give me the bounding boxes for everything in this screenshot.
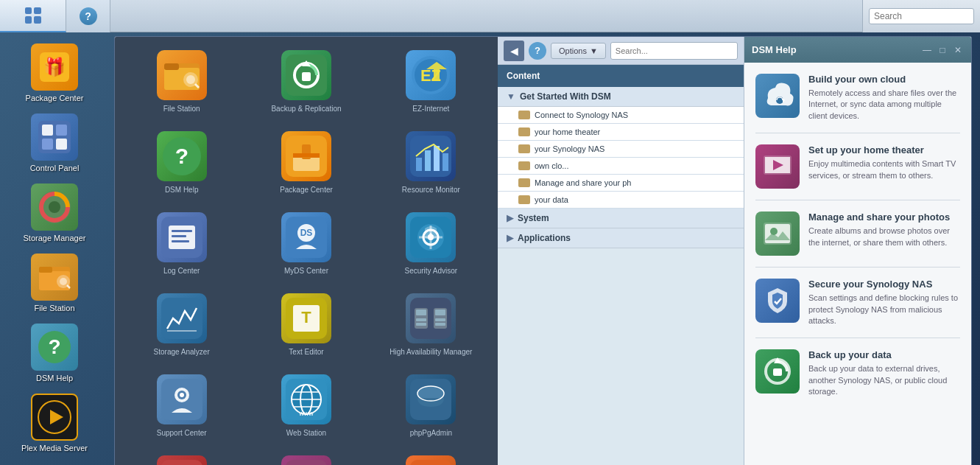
nav-section-applications[interactable]: ▶ Applications: [498, 228, 744, 248]
svg-rect-69: [435, 318, 445, 321]
control-panel-icon: [31, 113, 78, 161]
desktop-icon-dsm-help[interactable]: ? DSM Help: [10, 320, 99, 386]
taskbar: ?: [0, 0, 980, 32]
svg-rect-68: [435, 310, 445, 315]
backup-data-desc: Back up your data to external drives, an…: [808, 363, 960, 397]
support-center-label: Support Center: [157, 428, 207, 438]
nav-item-connect-nas[interactable]: Connect to Synology NAS: [498, 107, 744, 124]
home-theater-desc: Enjoy multimedia contents with Smart TV …: [808, 158, 960, 181]
nav-back-button[interactable]: ◀: [504, 41, 524, 61]
applications-label: Applications: [518, 233, 571, 243]
desktop-icon-file-station[interactable]: File Station: [10, 250, 99, 316]
desktop-icon-package-center[interactable]: 🎁 Package Center: [10, 40, 99, 106]
nav-item-home-theater[interactable]: your home theater: [498, 124, 744, 141]
desktop-icon-storage-manager[interactable]: Storage Manager: [10, 180, 99, 246]
grid-app-package-center[interactable]: Package Center: [247, 125, 365, 200]
text-editor-label: Text Editor: [289, 347, 323, 357]
web-station-label: Web Station: [286, 428, 326, 438]
taskbar-search-area: [862, 0, 980, 32]
taskbar-home-button[interactable]: [0, 0, 66, 32]
grid-app-ez-internet[interactable]: EZ EZ-Internet: [372, 44, 490, 119]
grid-app-dsm-help[interactable]: ? DSM Help: [122, 125, 241, 200]
dsm-help-title: DSM Help: [752, 44, 797, 55]
high-availability-label: High Availability Manager: [389, 347, 472, 357]
dsm-help-window: File Station Backup & Replication: [114, 36, 972, 465]
svg-rect-49: [172, 240, 189, 242]
control-panel-label: Control Panel: [30, 164, 80, 172]
svg-rect-39: [302, 153, 311, 157]
ez-internet-app-icon: EZ: [406, 50, 456, 100]
minimize-button[interactable]: —: [921, 44, 933, 56]
grid-app-storage-analyzer[interactable]: Storage Analyzer: [122, 287, 241, 363]
svg-rect-44: [443, 153, 448, 171]
svg-rect-5: [42, 139, 53, 150]
home-theater-text: Set up your home theater Enjoy multimedi…: [808, 144, 960, 181]
desktop-icon-control-panel[interactable]: Control Panel: [10, 110, 99, 176]
grid-app-file-station[interactable]: File Station: [122, 44, 241, 119]
svg-rect-6: [56, 139, 67, 150]
security-advisor-icon: [406, 212, 456, 262]
package-center-icon: 🎁: [31, 43, 78, 91]
grid-app-phppgadmin[interactable]: phpPgAdmin: [372, 368, 490, 444]
svg-rect-66: [416, 323, 426, 326]
grid-app-myds[interactable]: DS MyDS Center: [247, 206, 365, 282]
svg-point-74: [180, 393, 184, 397]
grid-app-resource-monitor[interactable]: Resource Monitor: [372, 125, 490, 200]
dsm-help-scroll-area[interactable]: Build your own cloud Remotely access and…: [744, 63, 971, 465]
options-label: Options: [559, 46, 587, 55]
storage-analyzer-label: Storage Analyzer: [154, 347, 210, 357]
nav-help-icon: ?: [529, 42, 546, 60]
nav-section-system[interactable]: ▶ System: [498, 209, 744, 228]
feature-backup: Back up your data Back up your data to e…: [755, 349, 960, 408]
nav-search-input[interactable]: [610, 42, 738, 60]
grid-app-phpmyadmin[interactable]: php MyAdmin phpMyAdmin: [372, 450, 490, 465]
grid-app-git-server[interactable]: Git Server: [122, 450, 241, 465]
secure-nas-text: Secure your Synology NAS Scan settings a…: [808, 279, 960, 326]
phpmyadmin-icon: php MyAdmin: [406, 455, 456, 465]
dsm-help-app-label: DSM Help: [165, 185, 199, 195]
myds-label: MyDS Center: [284, 266, 328, 276]
grid-app-text-editor[interactable]: T Text Editor: [247, 287, 365, 363]
nav-item-your-data[interactable]: your data: [498, 192, 744, 209]
nav-item-synology-nas[interactable]: your Synology NAS: [498, 141, 744, 158]
svg-point-23: [186, 75, 195, 84]
grid-app-support-center[interactable]: Support Center: [122, 368, 241, 444]
grid-app-mariadb[interactable]: MariaDB: [247, 450, 365, 465]
nav-options-button[interactable]: Options ▼: [551, 43, 606, 59]
nav-item-manage-share[interactable]: Manage and share your ph: [498, 175, 744, 192]
file-station-app-icon: [157, 50, 207, 100]
nav-section-get-started[interactable]: ▼ Get Started With DSM: [498, 87, 744, 107]
feature-build-cloud: Build your own cloud Remotely access and…: [755, 74, 960, 133]
file-station-label: File Station: [34, 304, 74, 312]
ez-internet-app-label: EZ-Internet: [412, 104, 449, 113]
svg-rect-43: [434, 146, 440, 171]
plex-label: Plex Media Server: [21, 444, 88, 452]
grid-app-security-advisor[interactable]: Security Advisor: [372, 206, 490, 282]
grid-app-backup[interactable]: Backup & Replication: [247, 44, 365, 119]
grid-app-high-availability[interactable]: High Availability Manager: [372, 287, 490, 363]
storage-manager-label: Storage Manager: [24, 234, 86, 242]
maximize-button[interactable]: □: [937, 44, 948, 56]
desktop-icon-plex[interactable]: Plex Media Server: [10, 390, 99, 456]
web-station-icon: www: [281, 374, 331, 424]
taskbar-help-button[interactable]: ?: [66, 0, 110, 32]
nav-item-own-cloud[interactable]: own clo...: [498, 158, 744, 175]
dsm-help-app-icon-grid: ?: [157, 131, 207, 181]
svg-point-8: [49, 201, 60, 213]
search-input[interactable]: [869, 8, 974, 24]
build-cloud-icon: [755, 74, 800, 118]
nav-item-folder-icon: [518, 111, 530, 119]
section-expand-icon-3: ▶: [507, 233, 513, 243]
svg-rect-41: [416, 158, 422, 171]
close-button[interactable]: ✕: [952, 44, 964, 56]
nav-item-folder-icon-4: [518, 161, 530, 170]
svg-rect-11: [39, 267, 52, 273]
grid-app-web-station[interactable]: www Web Station: [247, 368, 365, 444]
svg-rect-86: [161, 460, 202, 465]
grid-app-log-center[interactable]: Log Center: [122, 206, 241, 282]
content-label: Content: [507, 71, 540, 81]
svg-rect-47: [172, 230, 192, 232]
home-theater-heading: Set up your home theater: [808, 144, 960, 155]
backup-data-heading: Back up your data: [808, 349, 960, 360]
package-center-app-label: Package Center: [280, 185, 333, 195]
